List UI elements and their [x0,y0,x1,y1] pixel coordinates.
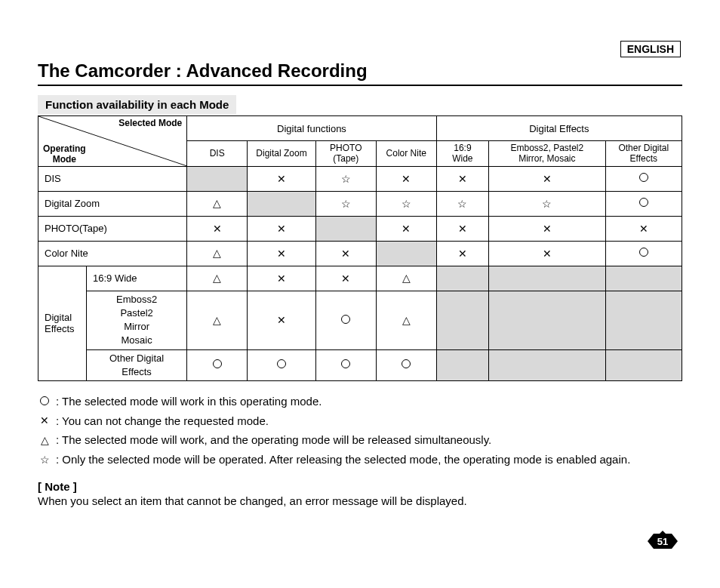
cell: ☆ [315,166,376,191]
legend-circle: : The selected mode will work in this op… [38,392,682,411]
cell-grey [436,349,488,380]
triangle-icon: △ [402,315,411,325]
row-label: 16:9 Wide [86,266,186,291]
cell: △ [376,266,436,291]
cell: ☆ [315,191,376,216]
row-label: DIS [38,166,187,191]
header-digital-functions: Digital functions [187,116,437,141]
star-icon: ☆ [457,198,467,210]
circle-icon [639,173,648,182]
language-label: ENGLISH [620,41,681,57]
cell: ☆ [376,191,436,216]
cell: ✕ [315,266,376,291]
row-label: Color Nite [38,241,187,266]
col-color-nite: Color Nite [376,141,436,167]
cell [315,291,376,349]
star-icon: ☆ [402,198,411,210]
circle-icon [277,359,286,368]
cell-grey [605,291,682,349]
header-digital-effects: Digital Effects [436,116,682,141]
col-photo: PHOTO(Tape) [315,141,376,167]
cross-icon: ✕ [277,314,286,326]
triangle-icon: △ [213,248,221,258]
star-icon: ☆ [341,173,351,185]
circle-icon [341,359,350,368]
row-label: Other DigitalEffects [86,349,186,380]
legend-text: : The selected mode will work, and the o… [56,430,491,450]
cell: △ [187,266,248,291]
cross-icon: ✕ [277,272,286,285]
legend: : The selected mode will work in this op… [38,392,682,469]
star-icon: ☆ [40,454,50,466]
cell-grey [605,266,682,291]
row-dis: DIS ✕ ☆ ✕ ✕ ✕ [38,166,682,191]
triangle-icon: △ [213,315,221,325]
legend-triangle: △ : The selected mode will work, and the… [38,430,682,450]
circle-icon [402,359,411,368]
cell-grey [376,241,436,266]
cell [376,349,436,380]
cross-icon: ✕ [40,414,49,426]
cross-icon: ✕ [402,223,411,235]
cell [315,349,376,380]
row-color-nite: Color Nite △ ✕ ✕ ✕ ✕ [38,241,682,266]
row-label: Emboss2Pastel2MirrorMosaic [86,291,186,349]
cross-icon: ✕ [277,173,286,185]
cell: ✕ [489,241,606,266]
cross-icon: ✕ [402,173,411,185]
section-subhead: Function availability in each Mode [38,95,236,114]
row-digital-zoom: Digital Zoom △ ☆ ☆ ☆ ☆ [38,191,682,216]
cell: ✕ [248,166,316,191]
legend-text: : Only the selected mode will be operate… [56,450,630,469]
col-emboss: Emboss2, Pastel2Mirror, Mosaic [489,141,606,167]
cell [248,349,316,380]
selected-mode-label: Selected Mode [118,118,182,128]
cell-grey [248,191,316,216]
cross-icon: ✕ [639,223,648,235]
star-icon: ☆ [542,198,552,210]
cell: ✕ [489,216,606,241]
cell: ✕ [248,266,316,291]
legend-text: : You can not change the requested mode. [56,411,269,431]
circle-icon [213,359,222,368]
cell: ✕ [248,291,316,349]
legend-cross: ✕ : You can not change the requested mod… [38,411,682,430]
cell-grey [605,349,682,380]
row-label: PHOTO(Tape) [38,216,187,241]
cell: ✕ [489,166,606,191]
cell: ✕ [376,166,436,191]
cell-grey [489,291,606,349]
triangle-icon: △ [213,198,221,208]
diagonal-header: Selected Mode OperatingMode [38,116,187,167]
cell: ✕ [436,241,488,266]
note-heading: [ Note ] [38,480,682,493]
cell: △ [187,191,248,216]
cell: ✕ [315,241,376,266]
triangle-icon: △ [41,435,49,445]
circle-icon [341,315,350,324]
triangle-icon: △ [213,272,221,283]
circle-icon [639,248,648,257]
circle-icon [40,396,49,405]
svg-marker-2 [660,531,666,534]
cell-grey [315,216,376,241]
cell: △ [187,241,248,266]
cell: △ [187,291,248,349]
page-title: The Camcorder : Advanced Recording [38,60,682,86]
col-16-9-wide: 16:9Wide [436,141,488,167]
cell: ✕ [605,216,682,241]
cell: ☆ [436,191,488,216]
circle-icon [639,198,648,207]
cell-grey [436,266,488,291]
col-dis: DIS [187,141,248,167]
cell: ☆ [489,191,606,216]
cell-grey [489,266,606,291]
triangle-icon: △ [402,272,411,283]
legend-text: : The selected mode will work in this op… [56,392,322,411]
cell: ✕ [248,216,316,241]
cell [605,191,682,216]
star-icon: ☆ [341,198,351,210]
cross-icon: ✕ [458,223,467,235]
cell [605,241,682,266]
page-number: 51 [657,536,668,547]
